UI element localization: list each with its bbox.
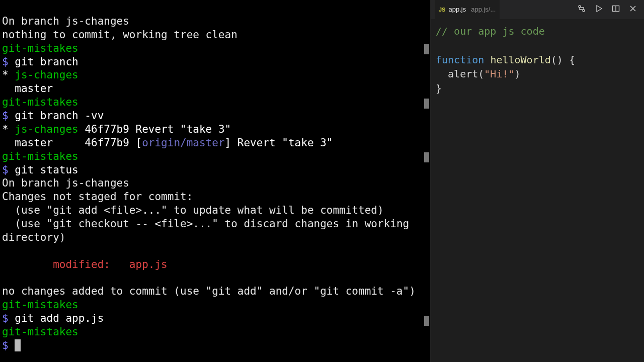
editor-pane: JS app.js app.js/... [430, 0, 644, 362]
code-text: alert( [436, 68, 484, 80]
js-file-icon: JS [439, 6, 445, 13]
status-line: no changes added to commit (use "git add… [2, 285, 416, 297]
branch-name: master [2, 82, 53, 95]
code-string: "Hi!" [484, 68, 514, 80]
status-line: On branch js-changes [2, 15, 129, 27]
cwd-label: git-mistakes [2, 96, 78, 108]
modified-file: modified: app.js [2, 258, 168, 270]
prompt-symbol: $ [2, 312, 15, 324]
cwd-label: git-mistakes [2, 326, 78, 338]
branch-detail: master 46f77b9 [ [2, 137, 142, 149]
split-editor-icon[interactable] [612, 5, 620, 15]
code-text: ) [515, 68, 521, 80]
branch-star: * [2, 123, 15, 135]
remote-ref: origin/master [142, 137, 224, 149]
code-comment: // our app js code [436, 25, 545, 37]
branch-detail: ] Revert "take 3" [225, 137, 333, 149]
cwd-label: git-mistakes [2, 150, 78, 162]
scrollbar-marker[interactable] [424, 152, 429, 162]
prompt-symbol: $ [2, 164, 15, 176]
command: git branch -vv [15, 110, 104, 122]
compare-changes-icon[interactable] [578, 5, 586, 15]
status-line: On branch js-changes [2, 177, 129, 189]
status-line: nothing to commit, working tree clean [2, 29, 237, 41]
terminal-output: On branch js-changes nothing to commit, … [2, 15, 428, 352]
cwd-label: git-mistakes [2, 42, 78, 54]
cwd-label: git-mistakes [2, 299, 78, 311]
prompt-symbol: $ [2, 339, 15, 351]
current-branch: js-changes [15, 69, 78, 81]
tab-path-hint: app.js/... [471, 6, 496, 14]
status-hint: (use "git checkout -- <file>..." to disc… [2, 218, 416, 243]
status-line: Changes not staged for commit: [2, 191, 193, 203]
editor-tab[interactable]: JS app.js app.js/... [435, 0, 500, 19]
svg-point-0 [579, 6, 581, 8]
editor-tab-actions [578, 5, 644, 15]
scrollbar-marker[interactable] [424, 316, 429, 326]
close-icon[interactable] [629, 5, 637, 15]
command: git add app.js [15, 312, 104, 324]
editor-tab-bar: JS app.js app.js/... [431, 0, 644, 19]
prompt-symbol: $ [2, 110, 15, 122]
svg-point-1 [583, 10, 585, 12]
code-text: } [436, 82, 442, 95]
branch-detail: 46f77b9 Revert "take 3" [78, 123, 231, 135]
code-keyword: function [436, 54, 484, 66]
prompt-symbol: $ [2, 56, 15, 68]
code-area[interactable]: // our app js code function helloWorld()… [431, 19, 644, 362]
command: git branch [15, 56, 78, 68]
command: git status [15, 164, 78, 176]
tab-filename: app.js [448, 6, 466, 14]
scrollbar-marker[interactable] [424, 99, 429, 109]
status-hint: (use "git add <file>..." to update what … [2, 204, 384, 216]
cursor[interactable] [15, 339, 21, 351]
code-fn-name: helloWorld [490, 54, 550, 66]
branch-star: * [2, 69, 15, 81]
code-text: () { [551, 54, 575, 66]
current-branch: js-changes [15, 123, 78, 135]
scrollbar-marker[interactable] [424, 44, 429, 54]
terminal-pane[interactable]: On branch js-changes nothing to commit, … [0, 0, 430, 362]
run-icon[interactable] [595, 5, 603, 15]
